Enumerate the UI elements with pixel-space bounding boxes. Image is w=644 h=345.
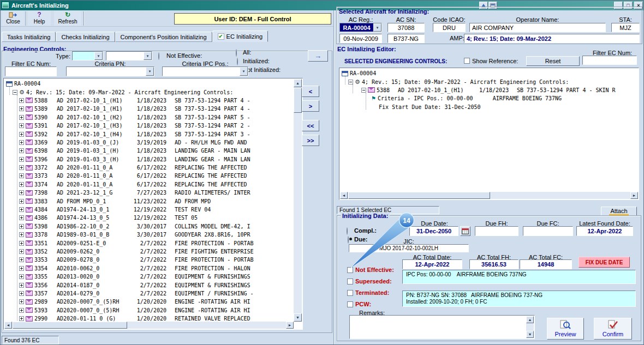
expand-icon[interactable] — [19, 224, 24, 229]
scrollbar-thumb[interactable] — [294, 88, 302, 113]
expand-icon[interactable] — [19, 257, 24, 262]
expand-icon[interactable] — [19, 165, 24, 170]
scroll-left-button[interactable]: ◄ — [4, 322, 12, 329]
send-selection-button[interactable]: → — [308, 50, 328, 62]
ec-tree-row[interactable]: 4386 AD1974-24-13_0_5 12/19/2022 TEST 05 — [5, 214, 294, 222]
pcw-checkbox[interactable] — [347, 301, 353, 307]
show-reference-checkbox[interactable] — [464, 58, 470, 64]
ec-tree-row[interactable]: 5396 AD 2019-01-03_3_(H) 1/18/2023 LANDI… — [5, 155, 294, 164]
tree-group-row[interactable]: ⚙ 4; Rev.: 15; Date: 09-Mar-2022 - Aircr… — [341, 77, 637, 86]
criteria-pn-combobox[interactable]: ▼ — [66, 66, 154, 76]
calendar-button[interactable] — [460, 226, 470, 236]
radio-all[interactable] — [236, 49, 237, 57]
expand-icon[interactable] — [19, 123, 24, 128]
ec-tree-row[interactable]: 3354 AD2010-0062_0 2/7/2022 FIRE PROTECT… — [5, 264, 294, 273]
reset-button[interactable]: Reset — [526, 56, 580, 66]
type-combobox[interactable]: ▼ — [72, 51, 103, 60]
ec-tree-row[interactable]: 3353 AD2009-0278_0 2/7/2022 FIRE PROTECT… — [5, 256, 294, 264]
ec-tree-row[interactable]: 3372 AD 2020-01-11_0_A 6/17/2022 REPLACI… — [5, 164, 294, 172]
expand-icon[interactable] — [19, 283, 24, 288]
type-secondary-combobox[interactable]: ▼ — [106, 51, 152, 60]
expand-icon[interactable] — [19, 207, 24, 212]
ec-tree-row[interactable]: 3357 AD2014-0279_0 2/7/2022 EQUIPMENT / … — [5, 289, 294, 298]
ec-tree-row[interactable]: 3369 AD 2019-01-03_0_(J) 3/19/2019 AD - … — [5, 138, 294, 147]
expand-icon[interactable] — [19, 98, 24, 103]
engineering-controls-tree[interactable]: RA-00004 ⚙ 4; Rev.: 15; Date: 09-Mar-202… — [3, 78, 303, 330]
ec-tree-row[interactable]: 6398 AD 2019-01-03_1_(H) 1/18/2023 LANDI… — [5, 147, 294, 155]
ec-tree-row[interactable]: 3378 AD1989-03-01_0_B 3/30/2017 GOODYEAR… — [5, 231, 294, 239]
expand-icon[interactable] — [19, 241, 24, 246]
move-one-right-button[interactable]: > — [302, 100, 319, 112]
refresh-button[interactable]: ↻ Refresh — [54, 11, 81, 26]
expand-icon[interactable] — [19, 215, 24, 220]
chevron-down-icon[interactable]: ▼ — [146, 67, 154, 76]
tree-group-row[interactable]: ⚙ 4; Rev.: 15; Date: 09-Mar-2022 - Aircr… — [5, 88, 294, 96]
ec-tree-row[interactable]: 5392 AD 2017-02-10_1_(H4) 1/18/2023 SB 7… — [5, 130, 294, 138]
ac-reg-combobox[interactable]: RA-00004 ▼ — [339, 23, 382, 32]
collapse-icon[interactable] — [13, 90, 17, 95]
ec-tree-row[interactable]: 2989 AD2020-0007_0_(5)RH 1/20/2020 ENGIN… — [5, 298, 294, 306]
help-button[interactable]: ? Help — [28, 11, 51, 26]
scroll-left-button[interactable]: ◄ — [340, 192, 348, 199]
collapse-icon[interactable] — [361, 88, 366, 93]
expand-icon[interactable] — [19, 316, 24, 321]
ec-tree-row[interactable]: 4384 AD1974-24-13_0_1 12/19/2022 TEST RE… — [5, 205, 294, 214]
horizontal-scrollbar[interactable]: ◄ ► — [4, 322, 294, 329]
editor-filter-ec-num-input[interactable] — [582, 56, 637, 65]
tab-ec-initializing[interactable]: ✔ EC Initializing — [212, 31, 269, 42]
ec-tree-row[interactable]: 5391 AD 2017-02-10_1_(H3) 1/18/2023 SB 7… — [5, 122, 294, 130]
expand-icon[interactable] — [19, 132, 24, 137]
expand-icon[interactable] — [19, 308, 24, 313]
chevron-down-icon[interactable]: ▼ — [94, 52, 103, 60]
expand-icon[interactable] — [19, 274, 24, 279]
remarks-textarea[interactable] — [350, 316, 526, 338]
horizontal-scrollbar[interactable]: ◄ ► — [340, 192, 638, 199]
not-effective-checkbox[interactable] — [347, 267, 353, 273]
move-all-left-button[interactable]: << — [302, 120, 319, 131]
preview-button[interactable]: Preview — [547, 318, 584, 340]
ec-tree-row[interactable]: 3352 AD2009-0262_0 2/7/2022 FIRE FIGHTIN… — [5, 247, 294, 256]
criteria-ipc-combobox[interactable]: ▼ — [162, 66, 248, 76]
chevron-down-icon[interactable]: ▼ — [144, 52, 152, 60]
superseded-checkbox[interactable] — [347, 279, 353, 285]
move-all-right-button[interactable]: >> — [302, 135, 319, 146]
ec-tree-row[interactable]: 5388 AD 2017-02-10_1_(H1) 1/18/2023 SB 7… — [5, 96, 294, 105]
expand-icon[interactable] — [19, 232, 24, 237]
expand-icon[interactable] — [19, 291, 24, 296]
ec-tree-row[interactable]: 3356 AD2014-0187_0 2/7/2022 EQUIPMENT & … — [5, 281, 294, 289]
due-fc-field[interactable] — [523, 226, 573, 236]
expand-icon[interactable] — [19, 266, 24, 271]
ec-tree-row[interactable]: 2990 AD2020-01-11_0_(G) 1/20/2020 RETAIN… — [5, 314, 294, 322]
scroll-right-button[interactable]: ► — [630, 192, 638, 199]
expand-icon[interactable] — [19, 299, 24, 304]
close-button[interactable]: Close — [2, 11, 24, 26]
due-fh-field[interactable] — [475, 226, 518, 236]
tab-tasks-initializing[interactable]: Tasks Initializing — [2, 32, 56, 42]
scroll-down-button[interactable]: ▼ — [294, 313, 302, 322]
scrollbar-thumb[interactable] — [348, 192, 490, 199]
selected-ec-row[interactable]: 5388 AD 2017-02-10_1_(H1) 1/18/2023 SB 7… — [341, 86, 637, 94]
chevron-down-icon[interactable]: ▼ — [373, 23, 381, 32]
filter-ec-num-input[interactable] — [5, 66, 57, 76]
expand-icon[interactable] — [19, 115, 24, 120]
expand-icon[interactable] — [19, 106, 24, 111]
fix-start-row[interactable]: Fix Start Due Date: 31-Dec-2050 — [341, 103, 637, 111]
ec-tree-row[interactable]: 7398 AD 2021-23-12_1_G 7/27/2023 RADIO A… — [5, 189, 294, 197]
scroll-up-button[interactable]: ▲ — [294, 79, 302, 87]
expand-icon[interactable] — [19, 190, 24, 195]
due-date-field[interactable]: 31-Dec-2050 — [409, 226, 458, 236]
tree-root-row[interactable]: RA-00004 — [341, 69, 637, 77]
tree-root-row[interactable]: RA-00004 — [5, 80, 294, 88]
ec-tree-row[interactable]: 3383 AD FROM MPD_0_1 11/23/2022 AD FROM … — [5, 197, 294, 205]
expand-icon[interactable] — [19, 157, 24, 162]
fix-due-date-button[interactable]: FIX DUE DATE — [579, 257, 630, 268]
terminated-checkbox[interactable] — [347, 290, 353, 296]
expand-icon[interactable] — [19, 173, 24, 178]
tab-checks-initializing[interactable]: Checks Initializing — [56, 32, 115, 42]
expand-icon[interactable] — [19, 199, 24, 204]
radio-not-effective[interactable] — [158, 52, 159, 60]
ec-tree-row[interactable]: 5389 AD 2017-02-10_1_(H1) 1/18/2023 SB 7… — [5, 105, 294, 113]
scroll-down-button[interactable]: ▼ — [526, 331, 534, 338]
expand-icon[interactable] — [19, 249, 24, 254]
radio-compl[interactable] — [347, 227, 348, 235]
